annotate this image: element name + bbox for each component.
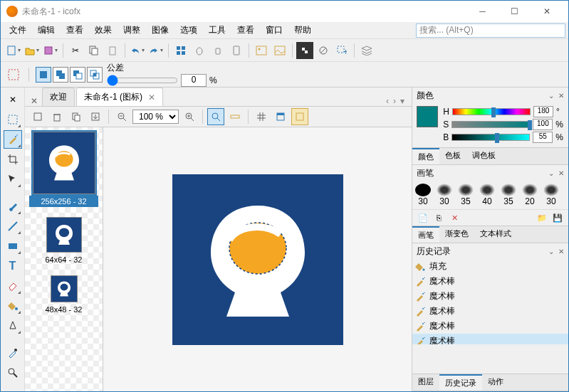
undo-button[interactable] (129, 42, 146, 59)
menu-help[interactable]: 帮助 (288, 22, 317, 38)
view-window-button[interactable] (272, 108, 289, 125)
select-mode-add[interactable] (53, 67, 68, 83)
crop-tool[interactable] (4, 150, 22, 169)
view-checker-button[interactable] (291, 108, 308, 125)
history-item[interactable]: 魔术棒 (412, 274, 568, 289)
tab-document[interactable]: 未命名-1 (图标)✕ (76, 88, 163, 106)
view-grid-button[interactable] (253, 108, 270, 125)
zoom-out-button[interactable] (113, 108, 130, 125)
eyedropper-tool[interactable] (4, 344, 22, 362)
tolerance-value[interactable]: 0 (181, 74, 207, 87)
apple-icon[interactable] (191, 42, 208, 59)
panel-collapse-icon[interactable]: ⌄ (548, 248, 554, 255)
select-mode-sub[interactable] (70, 67, 85, 83)
menu-tools[interactable]: 工具 (203, 22, 231, 38)
brush-preset[interactable]: 35 (458, 184, 474, 206)
tolerance-slider[interactable] (107, 75, 178, 86)
tab-welcome[interactable]: 欢迎 (42, 88, 75, 106)
layers-icon[interactable] (358, 42, 375, 59)
panel-close-icon[interactable]: ✕ (558, 92, 564, 100)
brush-preset[interactable]: 30 (437, 184, 452, 206)
menu-view2[interactable]: 查看 (231, 22, 260, 38)
menu-effect[interactable]: 效果 (89, 22, 118, 38)
tab-swatches[interactable]: 色板 (439, 148, 466, 164)
panel-collapse-icon[interactable]: ⌄ (548, 92, 554, 100)
rect-tool[interactable] (4, 237, 22, 255)
open-file-button[interactable] (24, 42, 41, 59)
close-button[interactable]: ✕ (531, 1, 563, 22)
sat-slider[interactable] (451, 121, 530, 128)
copy-button[interactable] (85, 42, 103, 59)
copy-size-button[interactable] (68, 108, 85, 125)
menu-view[interactable]: 查看 (61, 22, 89, 38)
tab-palette[interactable]: 调色板 (466, 148, 501, 164)
zoom-in-button[interactable] (181, 108, 198, 125)
brush-preset[interactable]: 30 (415, 184, 431, 206)
brush-tool[interactable] (4, 197, 22, 216)
view-zoom-button[interactable] (207, 108, 224, 125)
selection-tool-icon[interactable] (5, 66, 22, 83)
tab-history[interactable]: 历史记录 (439, 374, 482, 391)
brush-preset[interactable]: 40 (479, 184, 495, 206)
tab-menu-icon[interactable]: ▾ (400, 96, 404, 106)
select-mode-intersect[interactable] (87, 67, 103, 83)
new-file-button[interactable] (5, 42, 22, 59)
history-item[interactable]: 填充 (412, 259, 568, 274)
wand-tool[interactable] (4, 130, 22, 149)
text-tool[interactable]: T (4, 257, 22, 275)
sharpen-tool[interactable] (4, 317, 22, 335)
save-button[interactable] (42, 42, 59, 59)
panel-close-icon[interactable]: ✕ (558, 169, 564, 177)
menu-edit[interactable]: 编辑 (32, 22, 61, 38)
fill-tool[interactable] (4, 297, 22, 315)
hue-value[interactable]: 180 (533, 106, 553, 117)
view-ruler-button[interactable] (226, 108, 244, 125)
marquee-tool[interactable] (4, 110, 22, 129)
panel-close-icon[interactable]: ✕ (558, 248, 564, 255)
hue-slider[interactable] (452, 108, 531, 115)
mask-button[interactable] (315, 42, 332, 59)
cut-button[interactable]: ✂ (67, 42, 84, 59)
brush-preset[interactable]: 30 (543, 184, 559, 206)
history-item[interactable]: 魔术棒 (412, 289, 568, 304)
delete-size-button[interactable] (48, 108, 66, 125)
eraser-tool[interactable] (4, 277, 22, 295)
canvas-area[interactable] (103, 127, 412, 391)
zoom-select[interactable]: 100 % (132, 110, 179, 124)
tab-layers[interactable]: 图层 (412, 374, 439, 391)
brush-save-icon[interactable]: 💾 (551, 211, 564, 224)
zoom-tool[interactable] (4, 364, 22, 382)
thumb-256[interactable]: 256x256 - 32 (29, 132, 98, 207)
tab-next-icon[interactable]: › (393, 96, 396, 106)
menu-file[interactable]: 文件 (4, 22, 32, 38)
brush-folder-icon[interactable]: 📁 (536, 211, 548, 224)
canvas[interactable] (172, 174, 343, 345)
tab-brush[interactable]: 画笔 (412, 226, 439, 243)
history-item[interactable]: 魔术棒 (412, 319, 568, 334)
history-item[interactable]: 魔术棒 (412, 334, 568, 344)
history-item[interactable]: 魔术棒 (412, 304, 568, 319)
line-tool[interactable] (4, 217, 22, 235)
foreground-color-swatch[interactable] (417, 106, 438, 127)
menu-options[interactable]: 选项 (174, 22, 203, 38)
paste-button[interactable] (104, 42, 121, 59)
bri-slider[interactable] (451, 134, 530, 141)
minimize-button[interactable]: ─ (466, 1, 498, 22)
new-size-button[interactable] (29, 108, 46, 125)
tabs-close-icon[interactable]: ✕ (28, 96, 41, 106)
image1-button[interactable] (253, 42, 270, 59)
sat-value[interactable]: 100 (533, 119, 553, 130)
thumb-48[interactable]: 48x48 - 32 (29, 275, 98, 315)
menu-image[interactable]: 图像 (146, 22, 174, 38)
close-palette-icon[interactable]: ✕ (4, 90, 22, 109)
menu-adjust[interactable]: 调整 (118, 22, 146, 38)
thumb-64[interactable]: 64x64 - 32 (29, 217, 98, 265)
mobile-icon[interactable] (228, 42, 245, 59)
panel-collapse-icon[interactable]: ⌄ (548, 169, 554, 177)
android-icon[interactable] (209, 42, 226, 59)
checker-dark-button[interactable] (296, 42, 313, 59)
brush-preset[interactable]: 20 (522, 184, 538, 206)
select-plus-button[interactable]: + (333, 42, 350, 59)
select-mode-new[interactable] (36, 67, 51, 83)
redo-button[interactable] (147, 42, 165, 59)
